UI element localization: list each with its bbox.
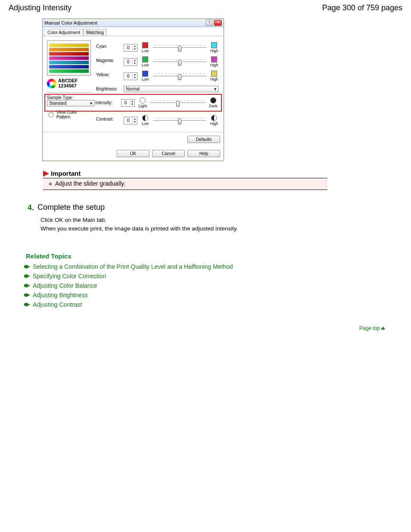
important-heading: Important [51,170,81,177]
cancel-button[interactable]: Cancel [152,150,185,157]
page-header: Adjusting Intensity Page 300 of 759 page… [0,0,411,14]
help-button[interactable]: Help [187,150,220,157]
color-preview-image [47,40,91,76]
help-window-button[interactable]: ? [206,20,213,26]
tab-strip: Color Adjustment Matching [43,27,224,36]
color-wheel-icon [47,79,56,88]
list-item: Selecting a Combination of the Print Qua… [26,263,385,270]
step-number: 4. [28,203,34,212]
contrast-high-icon [211,115,217,121]
window-controls: ? ✕ [206,20,222,26]
spinner-icon[interactable]: ▲▼ [132,73,137,79]
yellow-value-input[interactable]: 0▲▼ [124,72,137,80]
cyan-high-swatch [211,42,217,48]
preview-column: ABCDEF 1234567 [47,40,94,90]
arrow-bullet-icon [26,302,30,307]
intensity-label: Intensity: [95,100,121,105]
list-item: Specifying Color Correction [26,273,385,280]
list-item: Adjusting Color Balance [26,282,385,289]
arrow-bullet-icon [26,293,30,297]
step-body: Click OK on the Main tab. When you execu… [40,216,321,233]
list-item: Adjusting Brightness [26,292,385,299]
related-link-contrast[interactable]: Adjusting Contrast [33,301,82,308]
yellow-label: Yellow: [96,69,122,77]
cyan-low-swatch [142,42,148,48]
light-icon [140,97,146,103]
high-label: High [209,49,219,53]
arrow-bullet-icon [26,283,30,288]
magenta-low-swatch [142,56,148,62]
step-body-line2: When you execute print, the image data i… [40,224,321,233]
cyan-row: 0▲▼ Low High [124,40,219,55]
spinner-icon[interactable]: ▲▼ [132,118,137,124]
dialog-title: Manual Color Adjustment [44,20,97,25]
step-body-line1: Click OK on the Main tab. [40,216,321,224]
step-title: Complete the setup [37,203,105,212]
important-flag-icon [43,171,49,177]
list-item: Adjusting Contrast [26,301,385,308]
close-window-button[interactable]: ✕ [214,20,222,26]
step-4: 4. Complete the setup [28,203,329,212]
contrast-row: 0▲▼ Low High [124,113,219,128]
dialog-titlebar: Manual Color Adjustment ? ✕ [43,19,224,27]
magenta-label: Magenta: [96,55,122,63]
defaults-button[interactable]: Defaults [187,136,220,143]
cyan-value-input[interactable]: 0▲▼ [124,44,137,52]
important-text: Adjust the slider gradually. [43,178,327,190]
contrast-slider[interactable] [153,117,206,124]
manual-color-adjustment-dialog: Manual Color Adjustment ? ✕ Color Adjust… [42,19,224,161]
arrow-bullet-icon [26,264,30,269]
intensity-slider[interactable] [150,99,206,107]
brightness-label: Brightness: [96,83,122,91]
intensity-value-input[interactable]: 0▲▼ [121,99,135,107]
related-topics-heading: Related Topics [26,252,385,260]
contrast-low-icon [142,115,148,121]
cyan-label: Cyan: [96,40,122,49]
page-top-link[interactable]: Page top [359,325,385,331]
chevron-down-icon: ▾ [214,87,216,91]
brightness-row: Normal ▾ [124,86,219,92]
yellow-slider[interactable] [153,72,206,80]
arrow-bullet-icon [26,274,30,278]
page-top: Page top [26,325,385,331]
sample-text-preview: ABCDEF 1234567 [47,78,90,90]
related-link-color-balance[interactable]: Adjusting Color Balance [33,282,97,289]
dark-icon [210,97,216,103]
sample-text-line2: 1234567 [58,84,78,89]
tab-matching[interactable]: Matching [83,29,107,36]
spinner-icon[interactable]: ▲▼ [132,59,137,65]
magenta-value-input[interactable]: 0▲▼ [124,58,137,66]
tab-color-adjustment[interactable]: Color Adjustment [44,29,83,36]
page-title: Adjusting Intensity [9,3,72,12]
yellow-high-swatch [211,71,217,77]
intensity-highlight: Intensity: 0▲▼ Light Dark [44,94,222,112]
magenta-row: 0▲▼ Low High [124,55,219,69]
contrast-label: Contrast: [96,113,122,121]
related-link-brightness[interactable]: Adjusting Brightness [33,292,88,299]
cyan-slider[interactable] [153,44,206,52]
yellow-low-swatch [142,71,148,77]
arrow-up-icon [381,327,385,330]
yellow-row: 0▲▼ Low High [124,69,219,83]
spinner-icon[interactable]: ▲▼ [132,45,137,51]
related-topics-list: Selecting a Combination of the Print Qua… [26,263,385,308]
related-link-color-correction[interactable]: Specifying Color Correction [33,273,106,280]
related-link-combination[interactable]: Selecting a Combination of the Print Qua… [33,263,233,270]
low-label: Low [140,49,150,53]
magenta-slider[interactable] [153,58,206,66]
contrast-value-input[interactable]: 0▲▼ [124,117,137,124]
brightness-select[interactable]: Normal ▾ [124,86,218,92]
view-color-pattern-checkbox[interactable] [49,112,53,117]
page-number: Page 300 of 759 pages [322,3,402,12]
spinner-icon[interactable]: ▲▼ [130,100,134,106]
ok-button[interactable]: OK [117,150,149,157]
intensity-row: 0▲▼ Light Dark [121,96,218,110]
important-block: Important Adjust the slider gradually. [43,170,327,190]
magenta-high-swatch [211,56,217,62]
